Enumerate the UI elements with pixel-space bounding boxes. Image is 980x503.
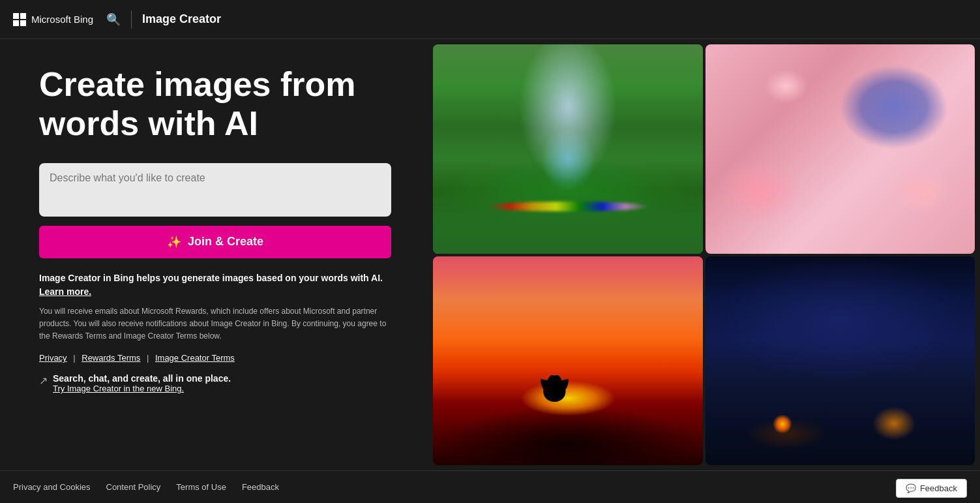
image-grid [430, 39, 980, 470]
footer-feedback-link[interactable]: Feedback [242, 482, 279, 492]
description-main: Image Creator in Bing helps you generate… [39, 271, 391, 299]
main-layout: Create images from words with AI ✨ Join … [0, 39, 980, 470]
content-policy-link[interactable]: Content Policy [106, 482, 161, 492]
privacy-link[interactable]: Privacy [39, 353, 67, 363]
header-divider [131, 10, 132, 29]
new-bing-promo: ↗ Search, chat, and create, all in one p… [39, 373, 391, 393]
search-button[interactable]: 🔍 [106, 12, 121, 27]
join-create-button[interactable]: ✨ Join & Create [39, 226, 391, 258]
join-create-label: Join & Create [188, 235, 263, 249]
rewards-terms-link[interactable]: Rewards Terms [82, 353, 140, 363]
feedback-button-right[interactable]: 💬 Feedback [896, 479, 967, 498]
feedback-icon: 💬 [906, 483, 916, 493]
image-camp [705, 256, 975, 466]
terms-of-use-link[interactable]: Terms of Use [176, 482, 226, 492]
image-butterfly [705, 44, 975, 254]
terms-links-row: Privacy | Rewards Terms | Image Creator … [39, 353, 391, 363]
image-creator-terms-link[interactable]: Image Creator Terms [155, 353, 235, 363]
prompt-input[interactable] [50, 172, 381, 205]
new-bing-headline: Search, chat, and create, all in one pla… [53, 373, 231, 384]
learn-more-link[interactable]: Learn more. [39, 286, 91, 297]
spark-icon: ✨ [167, 235, 181, 249]
try-new-bing-link[interactable]: Try Image Creator in the new Bing. [53, 384, 231, 393]
microsoft-logo-icon [13, 13, 26, 26]
arrow-icon: ↗ [39, 374, 48, 387]
app-footer: Privacy and Cookies Content Policy Terms… [0, 470, 980, 503]
logo-area: Microsoft Bing 🔍 [13, 12, 121, 27]
privacy-cookies-link[interactable]: Privacy and Cookies [13, 482, 91, 492]
page-title: Image Creator [142, 12, 221, 26]
prompt-input-area[interactable] [39, 163, 391, 217]
hero-title: Create images from words with AI [39, 65, 391, 144]
app-header: Microsoft Bing 🔍 Image Creator [0, 0, 980, 39]
left-panel: Create images from words with AI ✨ Join … [0, 39, 430, 470]
small-description: You will receive emails about Microsoft … [39, 305, 391, 343]
search-icon: 🔍 [106, 12, 121, 27]
footer-links: Privacy and Cookies Content Policy Terms… [13, 482, 279, 492]
feedback-label: Feedback [920, 483, 957, 493]
image-waterfall [433, 44, 703, 254]
image-cowboy [433, 256, 703, 466]
logo-text: Microsoft Bing [31, 14, 93, 25]
